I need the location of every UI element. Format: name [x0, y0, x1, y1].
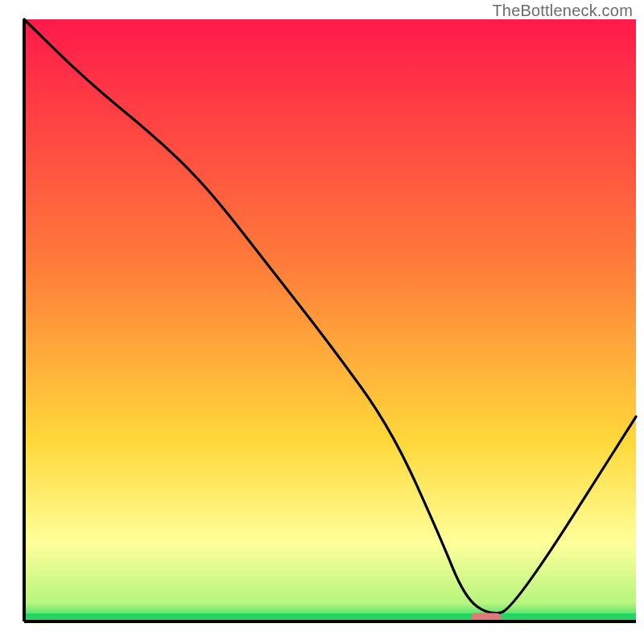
- plot-area: [24, 19, 636, 623]
- chart-container: TheBottleneck.com: [0, 0, 644, 644]
- watermark-text: TheBottleneck.com: [492, 2, 633, 20]
- bottleneck-chart: [0, 0, 644, 644]
- gradient-background: [24, 19, 636, 621]
